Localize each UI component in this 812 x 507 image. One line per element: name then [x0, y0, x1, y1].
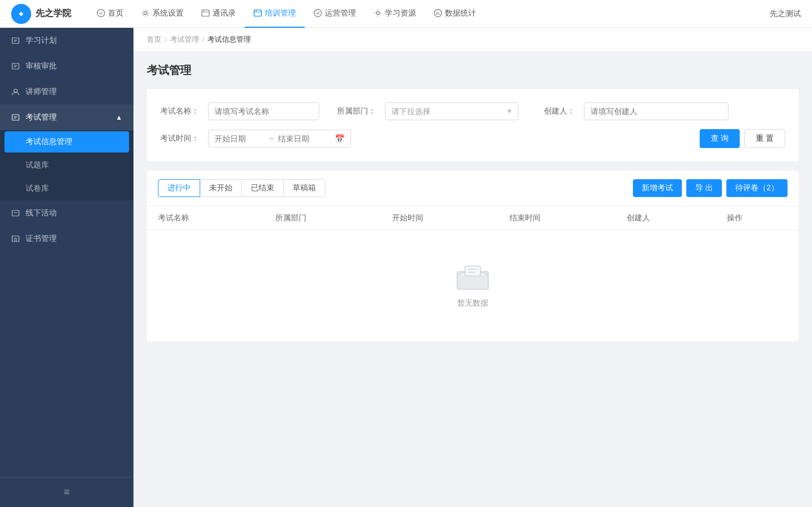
sidebar-label-audit: 审核审批	[26, 61, 57, 71]
table-header-row: 考试名称 所属部门 开始时间 结束时间 创建人 操作	[147, 206, 799, 230]
time-label: 考试时间：	[160, 134, 199, 144]
logo-area: 先之学院	[11, 4, 71, 24]
dept-select[interactable]: 请下拉选择	[385, 102, 518, 120]
exam-name-label: 考试名称：	[160, 106, 199, 116]
content-area: 首页 / 考试管理 / 考试信息管理 考试管理 考试名称： 所属部门： 请下拉选…	[133, 28, 812, 507]
exam-mgmt-arrow: ▲	[116, 114, 122, 121]
breadcrumb-home[interactable]: 首页	[147, 35, 161, 45]
nav-items: 首页 系统设置 通讯录 培训管理 运营管理 学习资源 数据统计	[88, 0, 770, 28]
username: 先之测试	[770, 9, 801, 18]
sidebar-item-lecturer[interactable]: 讲师管理	[0, 79, 133, 105]
nav-item-training[interactable]: 培训管理	[245, 0, 305, 28]
start-date-input[interactable]	[215, 134, 265, 143]
sidebar-item-study-plan[interactable]: 学习计划	[0, 28, 133, 53]
breadcrumb-sep-2: /	[202, 36, 205, 44]
sidebar-sub-item-exam-info[interactable]: 考试信息管理	[4, 131, 129, 152]
sidebar-item-certificate[interactable]: 证书管理	[0, 226, 133, 252]
page-title: 考试管理	[147, 63, 799, 78]
nav-item-home[interactable]: 首页	[88, 0, 132, 28]
end-date-input[interactable]	[278, 134, 328, 143]
offline-icon	[11, 209, 20, 218]
nav-label-home: 首页	[108, 8, 123, 18]
table-header: 考试名称 所属部门 开始时间 结束时间 创建人 操作	[147, 206, 799, 230]
filter-row-2: 考试时间： ~ 📅 查 询 重 置	[160, 129, 785, 148]
sidebar-sub-menu: 考试信息管理 试题库 试卷库	[0, 130, 133, 200]
col-creator: 创建人	[616, 206, 716, 230]
svg-rect-18	[12, 63, 19, 69]
table-toolbar: 进行中 未开始 已结束 草稿箱 新增考试 导 出 待评卷（2）	[147, 170, 799, 206]
col-action: 操作	[716, 206, 799, 230]
sidebar-label-offline: 线下活动	[26, 208, 57, 218]
dept-label: 所属部门：	[337, 106, 376, 116]
audit-icon	[11, 62, 20, 71]
creator-input[interactable]	[584, 102, 729, 120]
lecturer-icon	[11, 87, 20, 96]
sidebar-label-lecturer: 讲师管理	[26, 87, 57, 97]
filter-panel: 考试名称： 所属部门： 请下拉选择 ▼ 创建人： 考试时间：	[147, 89, 799, 161]
reset-button[interactable]: 重 置	[744, 129, 785, 148]
tab-not-started[interactable]: 未开始	[200, 179, 242, 197]
sidebar-sub-label-paper-bank: 试卷库	[26, 184, 49, 194]
page-content: 考试管理 考试名称： 所属部门： 请下拉选择 ▼ 创建人：	[133, 52, 812, 507]
user-area[interactable]: 先之测试	[770, 9, 801, 19]
filter-actions: 查 询 重 置	[700, 129, 785, 148]
svg-rect-3	[202, 10, 209, 16]
nav-item-system[interactable]: 系统设置	[132, 0, 192, 28]
home-icon	[97, 9, 105, 17]
creator-label: 创建人：	[536, 106, 575, 116]
sidebar-item-offline[interactable]: 线下活动	[0, 200, 133, 226]
sidebar: 学习计划 审核审批 讲师管理 考试管理 ▲ 考试信息管理 试题库 试卷库	[0, 28, 133, 507]
breadcrumb-current: 考试信息管理	[207, 35, 251, 45]
empty-cell: 暂无数据	[147, 230, 799, 342]
logo-icon	[11, 4, 31, 24]
tab-draft[interactable]: 草稿箱	[284, 179, 325, 197]
main-layout: 学习计划 审核审批 讲师管理 考试管理 ▲ 考试信息管理 试题库 试卷库	[0, 28, 812, 507]
sidebar-item-exam-mgmt[interactable]: 考试管理 ▲	[0, 105, 133, 130]
stats-icon	[434, 9, 442, 17]
ops-icon	[314, 9, 322, 17]
svg-rect-27	[12, 236, 19, 242]
query-button[interactable]: 查 询	[700, 129, 740, 148]
dept-select-wrapper: 请下拉选择 ▼	[385, 102, 518, 120]
sidebar-label-exam-mgmt: 考试管理	[26, 112, 57, 122]
nav-item-resources[interactable]: 学习资源	[365, 0, 425, 28]
tab-ended[interactable]: 已结束	[242, 179, 284, 197]
sidebar-label-certificate: 证书管理	[26, 234, 57, 244]
sidebar-sub-item-paper-bank[interactable]: 试卷库	[0, 177, 133, 200]
col-end-time: 结束时间	[498, 206, 616, 230]
exam-mgmt-icon	[11, 113, 20, 122]
svg-rect-30	[465, 266, 481, 276]
pending-button[interactable]: 待评卷（2）	[726, 179, 788, 197]
sidebar-sub-item-question-bank[interactable]: 试题库	[0, 154, 133, 177]
exam-name-input[interactable]	[208, 102, 319, 120]
nav-label-training: 培训管理	[265, 8, 296, 18]
sidebar-collapse-btn[interactable]: ≡	[0, 477, 133, 507]
col-start-time: 开始时间	[381, 206, 498, 230]
svg-point-10	[377, 12, 380, 15]
nav-item-stats[interactable]: 数据统计	[425, 0, 485, 28]
empty-icon	[455, 264, 491, 292]
nav-item-contacts[interactable]: 通讯录	[192, 0, 245, 28]
sidebar-sub-label-question-bank: 试题库	[26, 160, 49, 170]
breadcrumb-exam-mgmt[interactable]: 考试管理	[170, 35, 199, 45]
empty-row: 暂无数据	[147, 230, 799, 342]
sidebar-item-audit[interactable]: 审核审批	[0, 53, 133, 79]
nav-item-ops[interactable]: 运营管理	[305, 0, 365, 28]
system-icon	[141, 9, 150, 17]
resources-icon	[374, 9, 382, 17]
nav-label-ops: 运营管理	[325, 8, 356, 18]
add-exam-button[interactable]: 新增考试	[633, 179, 682, 197]
svg-rect-22	[12, 115, 19, 120]
date-range: ~ 📅	[208, 130, 351, 147]
sidebar-sub-label-exam-info: 考试信息管理	[26, 137, 72, 147]
col-dept: 所属部门	[264, 206, 382, 230]
table-panel: 进行中 未开始 已结束 草稿箱 新增考试 导 出 待评卷（2） 考试名称	[147, 170, 799, 342]
calendar-icon[interactable]: 📅	[335, 134, 344, 143]
data-table: 考试名称 所属部门 开始时间 结束时间 创建人 操作	[147, 206, 799, 342]
sidebar-label-study-plan: 学习计划	[26, 36, 57, 46]
study-plan-icon	[11, 36, 20, 45]
export-button[interactable]: 导 出	[686, 179, 722, 197]
tab-ongoing[interactable]: 进行中	[158, 179, 200, 197]
svg-point-2	[144, 12, 147, 15]
breadcrumb: 首页 / 考试管理 / 考试信息管理	[133, 28, 812, 52]
